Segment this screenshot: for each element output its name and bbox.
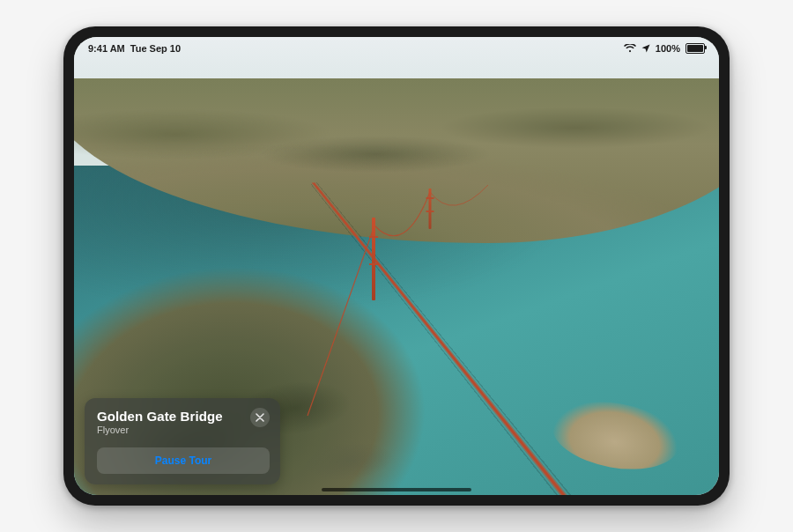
- pause-tour-button[interactable]: Pause Tour: [97, 447, 270, 474]
- pause-tour-label: Pause Tour: [155, 454, 211, 467]
- status-time: 9:41 AM: [88, 43, 125, 54]
- location-icon: [641, 44, 650, 53]
- screen: 9:41 AM Tue Sep 10 100%: [74, 37, 719, 495]
- home-indicator[interactable]: [322, 488, 471, 491]
- place-title: Golden Gate Bridge: [97, 409, 223, 424]
- place-card: Golden Gate Bridge Flyover Pause Tour: [85, 398, 280, 484]
- wifi-icon: [624, 44, 636, 53]
- close-icon: [256, 413, 264, 422]
- ipad-frame: 9:41 AM Tue Sep 10 100%: [63, 26, 730, 506]
- status-bar: 9:41 AM Tue Sep 10 100%: [74, 37, 719, 58]
- close-button[interactable]: [250, 408, 270, 427]
- status-date: Tue Sep 10: [130, 43, 181, 54]
- battery-icon: [686, 43, 705, 54]
- place-subtitle: Flyover: [97, 425, 223, 435]
- headlands-terrain: [74, 78, 719, 243]
- battery-percent: 100%: [656, 43, 680, 54]
